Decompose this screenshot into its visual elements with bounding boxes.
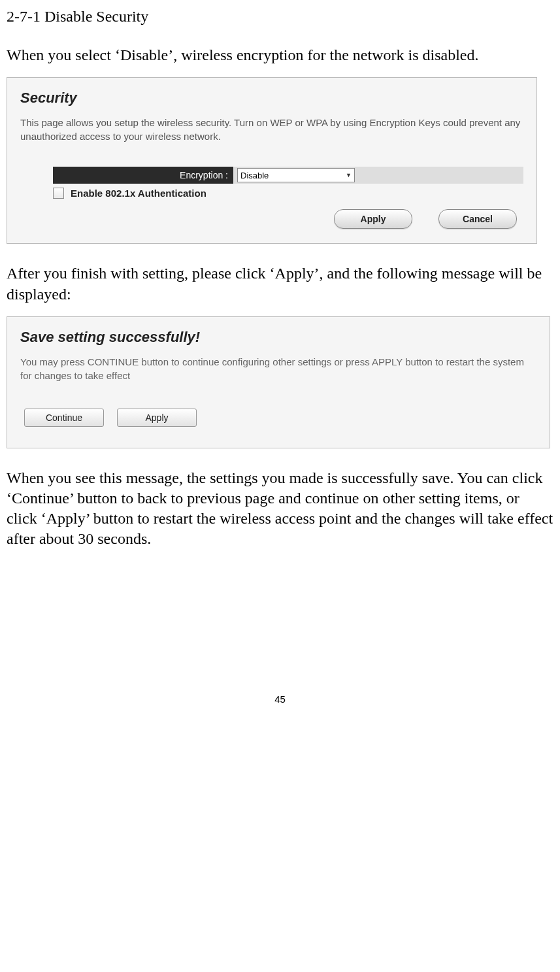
save-button-row: Continue Apply (24, 409, 530, 427)
encryption-label: Encryption : (53, 167, 233, 184)
paragraph-intro: When you select ‘Disable’, wireless encr… (7, 45, 553, 65)
panel-title: Security (20, 90, 523, 107)
encryption-value-cell: Disable ▼ (233, 167, 523, 184)
paragraph-final: When you see this message, the settings … (7, 468, 553, 550)
encryption-select[interactable]: Disable ▼ (237, 168, 355, 182)
section-heading: 2-7-1 Disable Security (7, 7, 553, 27)
save-description: You may press CONTINUE button to continu… (20, 355, 536, 382)
encryption-select-value: Disable (240, 171, 269, 180)
button-row: Apply Cancel (20, 209, 517, 229)
save-title: Save setting successfully! (20, 329, 536, 346)
auth-checkbox-label: Enable 802.1x Authentication (71, 188, 206, 199)
apply-button-2[interactable]: Apply (117, 409, 197, 427)
paragraph-after-security: After you finish with setting, please cl… (7, 263, 553, 304)
encryption-row: Encryption : Disable ▼ (53, 167, 523, 184)
security-screenshot: Security This page allows you setup the … (7, 77, 537, 244)
save-success-screenshot: Save setting successfully! You may press… (7, 316, 550, 448)
auth-checkbox-row: Enable 802.1x Authentication (53, 188, 523, 199)
continue-button[interactable]: Continue (24, 409, 104, 427)
chevron-down-icon: ▼ (346, 172, 352, 178)
cancel-button[interactable]: Cancel (438, 209, 517, 229)
apply-button[interactable]: Apply (334, 209, 412, 229)
page-number: 45 (7, 694, 553, 705)
panel-description: This page allows you setup the wireless … (20, 116, 523, 143)
auth-checkbox[interactable] (53, 188, 64, 199)
